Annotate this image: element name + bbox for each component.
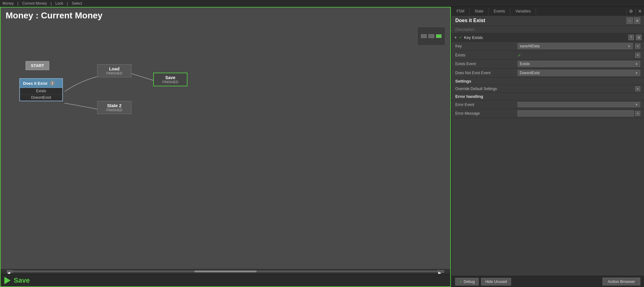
canvas-title: Money : Current Money [1,7,450,24]
rp-key-exists-section: ▼ ✓ Key Exists ? ⚙ Key saveAllData ▼ ≡ [452,33,644,78]
prop-row-exists-event: Exists Event Exists ▼ [452,60,644,69]
doesnt-exist-event-dropdown[interactable]: DoesntExist ▼ [518,70,640,76]
right-panel-tabs: FSM State Events Variables ⚙ ✕ [452,7,644,16]
rp-title-row: Does it Exist □ ⚙ [452,16,644,26]
arrows-svg [1,24,450,269]
rp-title-icons: □ ⚙ [627,17,640,24]
prop-value-doesnt-exist-event: DoesntExist ▼ [518,70,640,76]
error-event-arrow: ▼ [635,103,638,106]
hide-unused-btn[interactable]: Hide Unused [481,278,511,285]
canvas-viewport[interactable]: START Does it Exist ) Exists DoesntExist… [1,24,450,269]
toolbar-separator2: | [51,1,52,6]
exists-check: ✓ [518,53,521,58]
exists-expand-btn[interactable]: ≡ [635,53,640,58]
prop-label-doesnt-exist-event: Does Not Exist Event [455,71,518,75]
scroll-right-btn[interactable]: ▶ [438,270,444,273]
title-settings-btn[interactable]: ⚙ [634,17,640,24]
doesnt-exist-event-value: DoesntExist [520,71,540,75]
node-start[interactable]: START [26,61,49,70]
prop-row-exists: Exists ✓ ≡ [452,51,644,60]
error-event-value: ▼ [518,102,640,107]
node-state2[interactable]: State 2 FINISHED [97,101,131,114]
key-dropdown-arrow: ▼ [627,45,631,48]
node-load-name: Load [104,66,125,71]
prop-row-doesnt-exist-event: Does Not Exist Event DoesntExist ▼ [452,69,644,78]
node-state2-status: FINISHED [104,108,125,112]
section-collapse-icon[interactable]: ▼ [454,36,457,39]
output-exists[interactable]: Exists [20,88,62,94]
title-expand-btn[interactable]: □ [627,17,633,24]
key-value: saveAllData [520,44,540,48]
error-message-expand-btn[interactable]: ≡ [635,111,640,116]
override-label: Override Default Settings [455,87,635,91]
node-does-it-exist-title: Does it Exist ) [20,79,62,88]
panel-settings-icon[interactable]: ⚙ [627,7,635,16]
prop-row-key: Key saveAllData ▼ ≡ [452,42,644,51]
canvas-area[interactable]: Money : Current Money [0,7,451,287]
action-browser-label: Action Browser [608,279,635,284]
toolbar-money: Money [2,1,14,6]
prop-label-exists-event: Exists Event [455,62,518,66]
tab-events[interactable]: Events [489,7,510,15]
play-button[interactable] [4,277,11,284]
main-layout: Money : Current Money [0,7,644,287]
key-dropdown[interactable]: saveAllData ▼ [518,43,633,49]
error-event-dropdown[interactable]: ▼ [518,102,640,107]
scroll-left-btn[interactable]: ◀ [7,270,13,273]
settings-header: Settings [452,78,644,85]
scrollbar-thumb[interactable] [194,270,257,272]
node-save-name: Save [162,75,179,80]
section-settings-btn[interactable]: ⚙ [636,35,642,40]
error-message-field[interactable] [518,110,634,117]
minimap-btn-1[interactable] [421,34,427,38]
toolbar-lock[interactable]: Lock [55,1,63,6]
node-does-it-exist[interactable]: Does it Exist ) Exists DoesntExist [19,78,63,101]
node-badge: ) [50,81,55,86]
right-panel: FSM State Events Variables ⚙ ✕ Does it E… [451,7,644,287]
key-expand-btn[interactable]: ≡ [635,44,640,49]
bottom-save-label: Save [14,276,30,285]
section-name: Key Exists [464,35,627,40]
tab-state[interactable]: State [470,7,489,15]
minimap-btn-3[interactable] [436,34,442,38]
node-load[interactable]: Load FINISHED [97,64,131,77]
output-doesnt-exist[interactable]: DoesntExist [20,94,62,101]
exists-event-dropdown-arrow: ▼ [635,62,638,66]
rp-section-header: ▼ ✓ Key Exists ? ⚙ [452,33,644,42]
tab-variables[interactable]: Variables [510,7,536,15]
rp-description[interactable] [452,26,644,33]
toolbar-separator: | [17,1,18,6]
override-row: Override Default Settings ≡ [452,85,644,93]
toolbar-current-money: Current Money [22,1,47,6]
minimap-btn-2[interactable] [429,34,434,38]
toolbar-separator3: | [67,1,68,6]
prop-label-exists: Exists [455,53,518,57]
hide-unused-label: Hide Unused [485,280,507,284]
node-start-label: START [31,63,44,68]
error-message-value: ≡ [518,110,640,117]
error-message-row: Error Message ≡ [452,109,644,118]
doesnt-exist-event-dropdown-arrow: ▼ [635,71,638,75]
rp-footer: ✓ Debug Hide Unused Action Browser [452,276,644,287]
section-help-btn[interactable]: ? [628,35,634,40]
exists-event-dropdown[interactable]: Exists ▼ [518,61,640,67]
tab-fsm[interactable]: FSM [452,7,470,15]
action-browser-btn[interactable]: Action Browser [603,278,640,285]
minimap [417,27,445,45]
svg-line-1 [131,74,156,81]
panel-close-icon[interactable]: ✕ [635,7,644,16]
exists-event-value: Exists [520,62,530,66]
node-save[interactable]: Save FINISHED [153,73,187,86]
error-event-label: Error Event [455,103,518,107]
override-expand-btn[interactable]: ≡ [635,86,640,91]
node-state2-name: State 2 [104,103,125,108]
toolbar-select[interactable]: Select [72,1,82,6]
debug-check-icon: ✓ [459,280,462,284]
error-event-row: Error Event ▼ [452,100,644,109]
scrollbar-track[interactable] [13,270,438,272]
debug-btn[interactable]: ✓ Debug [455,278,479,285]
node-does-it-exist-outputs: Exists DoesntExist [20,88,62,101]
scrollbar-area[interactable]: ◀ ▶ [1,269,450,274]
node-save-status: FINISHED [162,80,179,84]
description-input[interactable] [455,27,640,32]
